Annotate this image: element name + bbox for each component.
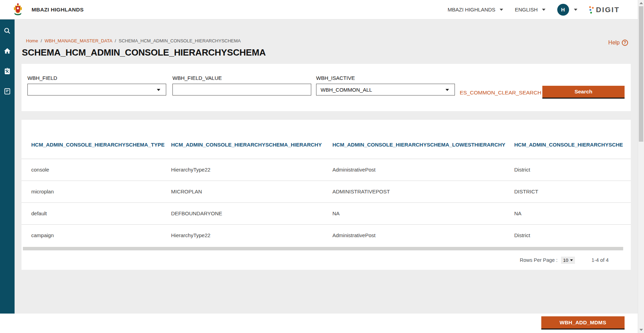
search-button[interactable]: Search bbox=[542, 86, 625, 99]
chevron-down-icon bbox=[570, 259, 573, 261]
search-icon bbox=[3, 27, 11, 35]
add-mdms-button[interactable]: WBH_ADD_MDMS bbox=[541, 316, 625, 330]
cell-hierarchy: MICROPLAN bbox=[171, 181, 332, 202]
cell-lowesthierarchy: AdministrativePost bbox=[332, 159, 514, 181]
article-icon bbox=[3, 88, 11, 95]
user-avatar[interactable]: H bbox=[557, 4, 569, 16]
search-panel: WBH_FIELD WBH_FIELD_VALUE WBH_ISACTIVE W… bbox=[22, 64, 631, 111]
cell-hierarchy: HierarchyType22 bbox=[171, 224, 332, 246]
main-content: Home / WBH_MANAGE_MASTER_DATA / SCHEMA_H… bbox=[15, 19, 638, 314]
breadcrumb-separator: / bbox=[113, 38, 118, 43]
breadcrumb-current: SCHEMA_HCM_ADMIN_CONSOLE_HIERARCHYSCHEMA bbox=[119, 38, 241, 43]
topbar: MBAZI HIGHLANDS MBAZI HIGHLANDS ENGLISH … bbox=[0, 0, 638, 19]
breadcrumb-link-master-data[interactable]: WBH_MANAGE_MASTER_DATA bbox=[45, 38, 112, 43]
tenant-dropdown[interactable]: MBAZI HIGHLANDS bbox=[448, 7, 503, 13]
table-row[interactable]: campaign HierarchyType22 AdministrativeP… bbox=[22, 224, 631, 246]
footer-bar: WBH_ADD_MDMS bbox=[0, 314, 638, 333]
scroll-up-arrow-icon[interactable] bbox=[639, 2, 643, 4]
cell-extra: District bbox=[514, 224, 631, 246]
help-icon: ? bbox=[622, 40, 628, 46]
pagination-bar: Rows Per Page : 10 1-4 of 4 bbox=[22, 250, 631, 270]
scroll-down-arrow-icon[interactable] bbox=[639, 329, 643, 331]
breadcrumb-link-home[interactable]: Home bbox=[26, 38, 38, 43]
page-title: SCHEMA_HCM_ADMIN_CONSOLE_HIERARCHYSCHEMA bbox=[22, 47, 266, 58]
cell-hierarchy: DEFBOUNDARYONE bbox=[171, 202, 332, 224]
wbh-field-value-label: WBH_FIELD_VALUE bbox=[172, 75, 311, 81]
breadcrumb: Home / WBH_MANAGE_MASTER_DATA / SCHEMA_H… bbox=[26, 38, 241, 43]
cell-type: console bbox=[22, 159, 171, 181]
table-header-row: HCM_ADMIN_CONSOLE_HIERARCHYSCHEMA_TYPE H… bbox=[22, 120, 631, 159]
table-row[interactable]: default DEFBOUNDARYONE NA NA bbox=[22, 202, 631, 224]
chevron-down-icon[interactable] bbox=[574, 9, 577, 11]
cell-extra: District bbox=[514, 159, 631, 181]
wbh-isactive-selected-value: WBH_COMMON_ALL bbox=[321, 87, 372, 93]
wbh-field-select[interactable] bbox=[27, 84, 166, 95]
digit-logo-dots-icon bbox=[589, 6, 594, 14]
column-header-hierarchy[interactable]: HCM_ADMIN_CONSOLE_HIERARCHYSCHEMA_HIERAR… bbox=[171, 120, 332, 159]
chevron-down-icon bbox=[446, 89, 449, 91]
cell-lowesthierarchy: NA bbox=[332, 202, 514, 224]
wbh-isactive-label: WBH_ISACTIVE bbox=[316, 75, 455, 81]
wbh-field-label: WBH_FIELD bbox=[27, 75, 166, 81]
chevron-down-icon bbox=[542, 9, 545, 11]
table-row[interactable]: microplan MICROPLAN ADMINISTRATIVEPOST D… bbox=[22, 181, 631, 202]
results-table: HCM_ADMIN_CONSOLE_HIERARCHYSCHEMA_TYPE H… bbox=[22, 120, 631, 246]
digit-logo: DIGIT bbox=[589, 6, 620, 14]
horizontal-scrollbar-thumb[interactable] bbox=[23, 247, 623, 250]
tools-clipboard-icon bbox=[3, 67, 11, 75]
rows-per-page-select[interactable]: 10 bbox=[561, 257, 575, 264]
wbh-isactive-select[interactable]: WBH_COMMON_ALL bbox=[316, 84, 455, 95]
app-title: MBAZI HIGHLANDS bbox=[32, 7, 84, 13]
rows-per-page-value: 10 bbox=[563, 258, 568, 263]
clear-search-link[interactable]: ES_COMMON_CLEAR_SEARCH bbox=[460, 90, 541, 96]
digit-logo-text: DIGIT bbox=[596, 6, 620, 14]
help-link[interactable]: Help ? bbox=[608, 40, 628, 46]
cell-type: default bbox=[22, 202, 171, 224]
government-emblem-logo bbox=[13, 3, 23, 17]
help-label: Help bbox=[608, 40, 620, 46]
sidebar-item-search[interactable] bbox=[3, 26, 12, 35]
column-header-type[interactable]: HCM_ADMIN_CONSOLE_HIERARCHYSCHEMA_TYPE bbox=[22, 120, 171, 159]
chevron-down-icon bbox=[157, 89, 160, 91]
table-row[interactable]: console HierarchyType22 AdministrativePo… bbox=[22, 159, 631, 181]
sidebar-item-reports[interactable] bbox=[3, 87, 12, 96]
results-table-viewport: HCM_ADMIN_CONSOLE_HIERARCHYSCHEMA_TYPE H… bbox=[22, 120, 631, 246]
cell-type: microplan bbox=[22, 181, 171, 202]
language-label: ENGLISH bbox=[515, 7, 538, 13]
language-dropdown[interactable]: ENGLISH bbox=[515, 7, 545, 13]
home-icon bbox=[3, 47, 11, 55]
sidebar-item-manage-masters[interactable] bbox=[3, 67, 12, 76]
vertical-scrollbar-thumb[interactable] bbox=[639, 6, 643, 142]
column-header-truncated[interactable]: HCM_ADMIN_CONSOLE_HIERARCHYSCHE bbox=[514, 120, 631, 159]
chevron-down-icon bbox=[500, 9, 503, 11]
cell-type: campaign bbox=[22, 224, 171, 246]
rows-per-page-label: Rows Per Page : bbox=[520, 257, 558, 263]
sidebar bbox=[0, 19, 15, 314]
sidebar-item-home[interactable] bbox=[3, 47, 12, 56]
breadcrumb-separator: / bbox=[39, 38, 43, 43]
column-header-lowesthierarchy[interactable]: HCM_ADMIN_CONSOLE_HIERARCHYSCHEMA_LOWEST… bbox=[332, 120, 514, 159]
tenant-label: MBAZI HIGHLANDS bbox=[448, 7, 495, 13]
horizontal-scrollbar[interactable] bbox=[22, 247, 631, 250]
cell-lowesthierarchy: AdministrativePost bbox=[332, 224, 514, 246]
page-range-label: 1-4 of 4 bbox=[592, 257, 609, 263]
results-panel: HCM_ADMIN_CONSOLE_HIERARCHYSCHEMA_TYPE H… bbox=[22, 120, 631, 270]
cell-hierarchy: HierarchyType22 bbox=[171, 159, 332, 181]
wbh-field-value-input[interactable] bbox=[172, 84, 311, 95]
cell-extra: NA bbox=[514, 202, 631, 224]
cell-lowesthierarchy: ADMINISTRATIVEPOST bbox=[332, 181, 514, 202]
cell-extra: DISTRICT bbox=[514, 181, 631, 202]
vertical-scrollbar[interactable] bbox=[638, 0, 644, 333]
